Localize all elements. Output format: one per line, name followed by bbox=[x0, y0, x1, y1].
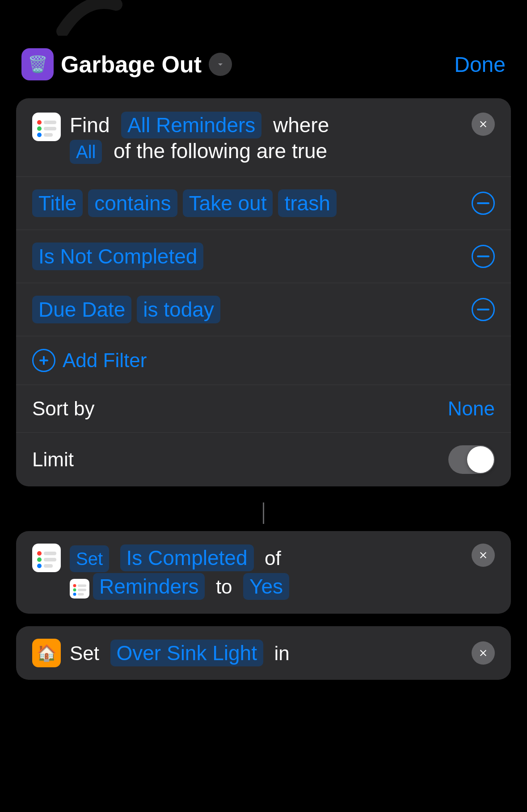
svg-point-13 bbox=[37, 551, 42, 556]
following-label: of the following are true bbox=[114, 139, 327, 163]
svg-rect-9 bbox=[477, 309, 489, 310]
contains-pill[interactable]: contains bbox=[88, 189, 177, 217]
svg-rect-25 bbox=[78, 593, 84, 595]
app-icon: 🗑️ bbox=[21, 48, 54, 80]
filter-row-title: Title contains Take out trash bbox=[16, 177, 511, 230]
close-set-button[interactable] bbox=[472, 544, 495, 567]
svg-rect-6 bbox=[44, 133, 53, 137]
svg-rect-18 bbox=[44, 564, 53, 568]
all-reminders-pill[interactable]: All Reminders bbox=[121, 112, 261, 138]
connector bbox=[0, 495, 527, 531]
filter-row-1-content: Title contains Take out trash bbox=[32, 189, 466, 217]
is-completed-pill[interactable]: Is Completed bbox=[120, 544, 254, 571]
yes-pill[interactable]: Yes bbox=[243, 573, 289, 600]
close-light-button[interactable] bbox=[472, 641, 495, 665]
svg-rect-2 bbox=[44, 121, 56, 124]
reminders-pill[interactable]: Reminders bbox=[93, 573, 205, 600]
sort-by-row: Sort by None bbox=[16, 385, 511, 433]
take-out-pill[interactable]: Take out bbox=[183, 189, 273, 217]
svg-point-22 bbox=[73, 588, 76, 591]
header-text: Find All Reminders where All of the foll… bbox=[70, 113, 472, 164]
card-header-left: Find All Reminders where All of the foll… bbox=[32, 113, 472, 164]
svg-rect-4 bbox=[44, 127, 56, 130]
done-button[interactable]: Done bbox=[454, 52, 506, 77]
svg-point-1 bbox=[37, 120, 42, 125]
svg-point-20 bbox=[73, 584, 76, 587]
title-pill[interactable]: Title bbox=[32, 189, 83, 217]
svg-point-15 bbox=[37, 557, 42, 562]
set-light-card: 🏠 Set Over Sink Light in bbox=[16, 626, 511, 680]
sort-by-label: Sort by bbox=[32, 398, 94, 420]
svg-point-24 bbox=[73, 593, 76, 596]
svg-rect-23 bbox=[78, 589, 86, 591]
trash-pill[interactable]: trash bbox=[278, 189, 336, 217]
sort-value[interactable]: None bbox=[448, 398, 495, 420]
set-reminders-icon bbox=[32, 544, 61, 572]
filter-row-3-content: Due Date is today bbox=[32, 296, 466, 323]
all-pill[interactable]: All bbox=[70, 140, 102, 164]
set-pill[interactable]: Set bbox=[70, 545, 109, 572]
card-header: Find All Reminders where All of the foll… bbox=[16, 98, 511, 177]
filter-row-2-content: Is Not Completed bbox=[32, 243, 466, 270]
find-reminders-card: Find All Reminders where All of the foll… bbox=[16, 98, 511, 486]
reminders-icon bbox=[32, 113, 61, 141]
over-sink-pill[interactable]: Over Sink Light bbox=[110, 640, 263, 666]
of-label: of bbox=[265, 547, 281, 569]
to-label: to bbox=[216, 576, 232, 598]
find-label: Find bbox=[70, 113, 110, 137]
close-button[interactable] bbox=[472, 113, 495, 136]
svg-rect-7 bbox=[477, 202, 489, 204]
is-not-completed-pill[interactable]: Is Not Completed bbox=[32, 243, 203, 270]
set-completed-card: Set Is Completed of Reminders to Yes bbox=[16, 531, 511, 614]
add-filter-label[interactable]: Add Filter bbox=[63, 349, 147, 372]
set-light-content: 🏠 Set Over Sink Light in bbox=[32, 639, 472, 667]
remove-filter-3-button[interactable] bbox=[472, 298, 495, 321]
set-completed-content: Set Is Completed of Reminders to Yes bbox=[32, 544, 472, 601]
svg-rect-8 bbox=[477, 255, 489, 257]
limit-row: Limit bbox=[16, 433, 511, 486]
set-completed-text: Set Is Completed of Reminders to Yes bbox=[70, 544, 472, 601]
nav-title: Garbage Out bbox=[61, 51, 202, 78]
svg-point-17 bbox=[37, 564, 42, 568]
svg-rect-21 bbox=[78, 584, 86, 587]
limit-toggle[interactable] bbox=[448, 445, 495, 474]
filter-row-due-date: Due Date is today bbox=[16, 283, 511, 336]
nav-bar: 🗑️ Garbage Out Done bbox=[0, 36, 527, 89]
set-label-2: Set bbox=[70, 642, 99, 664]
svg-point-5 bbox=[37, 133, 42, 137]
inline-reminders-icon bbox=[70, 579, 89, 599]
where-label: where bbox=[273, 113, 329, 137]
is-today-pill[interactable]: is today bbox=[137, 296, 220, 323]
add-filter-row: Add Filter bbox=[16, 336, 511, 385]
chevron-down-icon[interactable] bbox=[209, 53, 232, 76]
svg-rect-16 bbox=[44, 558, 56, 561]
connector-line bbox=[263, 502, 264, 524]
toggle-knob bbox=[467, 446, 494, 473]
filter-row-completed: Is Not Completed bbox=[16, 230, 511, 283]
home-icon: 🏠 bbox=[32, 639, 61, 667]
due-date-pill[interactable]: Due Date bbox=[32, 296, 131, 323]
remove-filter-1-button[interactable] bbox=[472, 192, 495, 215]
add-filter-button[interactable] bbox=[32, 349, 55, 372]
limit-label: Limit bbox=[32, 448, 74, 471]
svg-point-3 bbox=[37, 126, 42, 131]
remove-filter-2-button[interactable] bbox=[472, 245, 495, 268]
svg-rect-11 bbox=[39, 360, 48, 361]
set-light-text: Set Over Sink Light in bbox=[70, 641, 472, 665]
svg-rect-14 bbox=[44, 552, 56, 555]
nav-title-group: 🗑️ Garbage Out bbox=[21, 48, 232, 80]
in-label: in bbox=[274, 642, 289, 664]
